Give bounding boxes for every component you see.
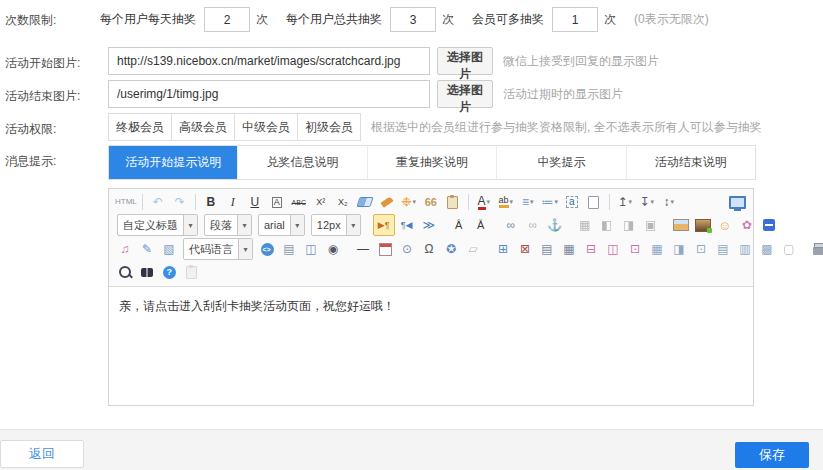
image-default-icon[interactable]: ▦ — [575, 215, 595, 235]
print-icon[interactable] — [809, 239, 823, 259]
insert-time-icon[interactable]: ⊙ — [397, 239, 417, 259]
total-input[interactable] — [390, 7, 436, 32]
help-icon[interactable] — [159, 262, 179, 282]
image-center-icon[interactable]: ▣ — [641, 215, 661, 235]
special-chars-icon[interactable]: Ω — [419, 239, 439, 259]
strikethrough-icon[interactable]: ABC — [289, 192, 309, 212]
member-btn-junior[interactable]: 初级会员 — [297, 113, 361, 141]
undo-icon[interactable]: ↶ — [148, 192, 168, 212]
to-lowercase-icon[interactable]: Ǎ — [471, 215, 491, 235]
tab-activity-start-tip[interactable]: 活动开始提示说明 — [109, 146, 237, 179]
anchor-icon[interactable]: a — [562, 192, 582, 212]
paragraph-space-top-icon[interactable]: ↥▾ — [615, 192, 635, 212]
table-title-icon[interactable]: ▦ — [559, 239, 579, 259]
redo-icon[interactable]: ↷ — [170, 192, 190, 212]
screenshot-icon[interactable]: ◉ — [323, 239, 343, 259]
columns-icon[interactable]: ◫ — [301, 239, 321, 259]
member-btn-middle[interactable]: 中级会员 — [234, 113, 298, 141]
attachment-icon[interactable]: ✎ — [137, 239, 157, 259]
save-button[interactable]: 保存 — [735, 442, 809, 468]
horizontal-rule-icon[interactable]: — — [353, 239, 373, 259]
back-button[interactable]: 返回 — [0, 440, 84, 468]
autotypeset-icon[interactable]: ❉▾ — [399, 192, 419, 212]
image-manager-icon[interactable] — [693, 215, 713, 235]
tab-redeem-info[interactable]: 兑奖信息说明 — [237, 146, 366, 179]
insert-code-icon[interactable] — [257, 239, 277, 259]
delete-row-icon[interactable]: ⊡ — [625, 239, 645, 259]
frame-icon[interactable]: ▱ — [463, 239, 483, 259]
font-color-icon[interactable]: A▾ — [474, 192, 494, 212]
member-btn-senior[interactable]: 高级会员 — [171, 113, 235, 141]
indent-icon[interactable]: ≫ — [419, 215, 439, 235]
font-family-select[interactable]: arial▾ — [258, 214, 305, 236]
image-right-icon[interactable]: ◨ — [619, 215, 639, 235]
toolbar-separator — [468, 194, 469, 210]
anchor-blue-icon[interactable]: ⚓ — [545, 215, 565, 235]
eraser-icon[interactable] — [355, 192, 375, 212]
format-brush-icon[interactable] — [377, 192, 397, 212]
fullscreen-icon[interactable] — [727, 192, 747, 212]
end-image-input[interactable] — [108, 80, 430, 108]
insert-video-icon[interactable] — [759, 215, 779, 235]
insert-row-icon[interactable]: ⊟ — [581, 239, 601, 259]
start-image-input[interactable] — [108, 47, 430, 75]
underline-icon[interactable]: U — [245, 192, 265, 212]
page-doc-icon[interactable]: ▢ — [779, 239, 799, 259]
tab-activity-end[interactable]: 活动结束说明 — [626, 146, 755, 179]
paste-plain-icon[interactable] — [443, 192, 463, 212]
ltr-icon[interactable]: ▶¶ — [373, 214, 395, 236]
music-icon[interactable]: ♫ — [115, 239, 135, 259]
unordered-list-icon[interactable]: ≔▾ — [540, 192, 560, 212]
font-size-select[interactable]: 12px▾ — [311, 214, 361, 236]
per-day-input[interactable] — [204, 7, 250, 32]
end-image-pick-button[interactable]: 选择图片 — [437, 80, 493, 108]
editor-content-area[interactable]: 亲，请点击进入刮刮卡抽奖活动页面，祝您好运哦！ — [109, 287, 753, 422]
scrawl-icon[interactable]: ✿ — [737, 215, 757, 235]
emotion-icon[interactable]: ☺ — [715, 215, 735, 235]
unlink-icon[interactable]: ∞ — [523, 215, 543, 235]
insert-date-icon[interactable] — [375, 239, 395, 259]
paragraph-select[interactable]: 段落▾ — [204, 214, 252, 236]
search-icon[interactable] — [115, 262, 135, 282]
special-chars-icon: Ω — [425, 243, 434, 255]
find-replace-icon[interactable] — [137, 262, 157, 282]
merge-down-icon[interactable]: ⊡ — [691, 239, 711, 259]
split-row-icon[interactable]: ▤ — [713, 239, 733, 259]
merge-cells-icon[interactable]: ▦ — [647, 239, 667, 259]
rtl-icon[interactable]: ¶◀ — [397, 215, 417, 235]
source-code-icon[interactable]: HTML — [115, 192, 137, 212]
map-icon[interactable]: ▧ — [159, 239, 179, 259]
insert-table-icon[interactable]: ⊞ — [493, 239, 513, 259]
highlight-color-icon[interactable]: ab▾ — [496, 192, 516, 212]
bold-icon[interactable]: B — [201, 192, 221, 212]
custom-title-select[interactable]: 自定义标题▾ — [117, 214, 198, 236]
insert-col-icon[interactable]: ◫ — [603, 239, 623, 259]
merge-right-icon[interactable]: ◨ — [669, 239, 689, 259]
code-paste-icon[interactable]: ▤ — [279, 239, 299, 259]
table-caption-icon[interactable]: ▤ — [537, 239, 557, 259]
ordered-list-icon[interactable]: ≡▾ — [518, 192, 538, 212]
split-cells-icon[interactable]: ▩ — [757, 239, 777, 259]
new-page-icon[interactable] — [584, 192, 604, 212]
split-col-icon[interactable]: ▥ — [735, 239, 755, 259]
start-image-pick-button[interactable]: 选择图片 — [437, 47, 493, 75]
tab-winning-tip[interactable]: 中奖提示 — [496, 146, 625, 179]
image-left-icon[interactable]: ◧ — [597, 215, 617, 235]
paste-icon[interactable] — [181, 262, 201, 282]
subscript-icon[interactable]: X₂ — [333, 192, 353, 212]
blockquote-icon[interactable]: 66 — [421, 192, 441, 212]
line-height-icon[interactable]: ↕▾ — [659, 192, 679, 212]
superscript-icon[interactable]: X² — [311, 192, 331, 212]
stamp-icon[interactable]: ✪ — [441, 239, 461, 259]
link-icon[interactable]: ∞ — [501, 215, 521, 235]
to-uppercase-icon[interactable]: Â — [449, 215, 469, 235]
member-btn-ultimate[interactable]: 终极会员 — [108, 113, 172, 141]
member-extra-input[interactable] — [552, 7, 598, 32]
font-border-icon[interactable]: A — [267, 192, 287, 212]
paragraph-space-bottom-icon[interactable]: ↧▾ — [637, 192, 657, 212]
italic-icon[interactable]: I — [223, 192, 243, 212]
delete-table-icon[interactable]: ⊠ — [515, 239, 535, 259]
tab-repeat-draw[interactable]: 重复抽奖说明 — [367, 146, 496, 179]
insert-image-icon[interactable] — [671, 215, 691, 235]
code-language-select[interactable]: 代码语言▾ — [183, 238, 253, 260]
